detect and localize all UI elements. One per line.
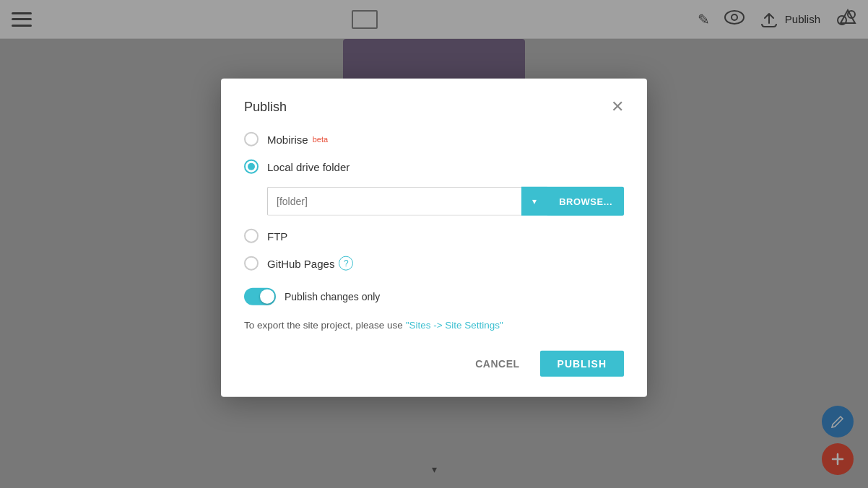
publish-changes-toggle[interactable] [244,288,276,305]
folder-input[interactable] [267,187,521,216]
option-github[interactable]: GitHub Pages ? [244,256,624,271]
export-link[interactable]: "Sites -> Site Settings" [406,320,503,331]
option-ftp[interactable]: FTP [244,229,624,243]
modal-footer: CANCEL PUBLISH [244,348,624,377]
radio-ftp[interactable] [244,229,259,243]
label-local-drive: Local drive folder [267,160,350,173]
publish-action-button[interactable]: PUBLISH [540,351,624,377]
publish-modal: Publish ✕ Mobirise beta Local drive fold… [221,79,647,397]
radio-github[interactable] [244,256,259,271]
label-github: GitHub Pages [267,257,334,269]
modal-header: Publish ✕ [244,99,624,115]
export-note: To export the site project, please use "… [244,320,624,331]
cancel-button[interactable]: CANCEL [466,352,528,375]
dropdown-arrow-icon: ▾ [532,196,537,206]
export-note-prefix: To export the site project, please use [244,320,406,331]
beta-badge: beta [313,135,328,144]
radio-mobirise[interactable] [244,132,259,147]
publish-changes-toggle-row: Publish changes only [244,288,624,305]
label-mobirise: Mobirise [267,133,308,145]
toggle-label: Publish changes only [285,291,380,302]
option-local-drive[interactable]: Local drive folder [244,160,624,174]
radio-local-drive[interactable] [244,160,259,174]
folder-dropdown-button[interactable]: ▾ [521,187,547,216]
help-icon[interactable]: ? [339,256,353,271]
browse-button[interactable]: BROWSE... [547,187,624,216]
label-ftp: FTP [267,230,287,242]
modal-title: Publish [244,99,287,114]
option-mobirise[interactable]: Mobirise beta [244,132,624,147]
close-button[interactable]: ✕ [611,99,624,115]
folder-row: ▾ BROWSE... [267,187,624,216]
